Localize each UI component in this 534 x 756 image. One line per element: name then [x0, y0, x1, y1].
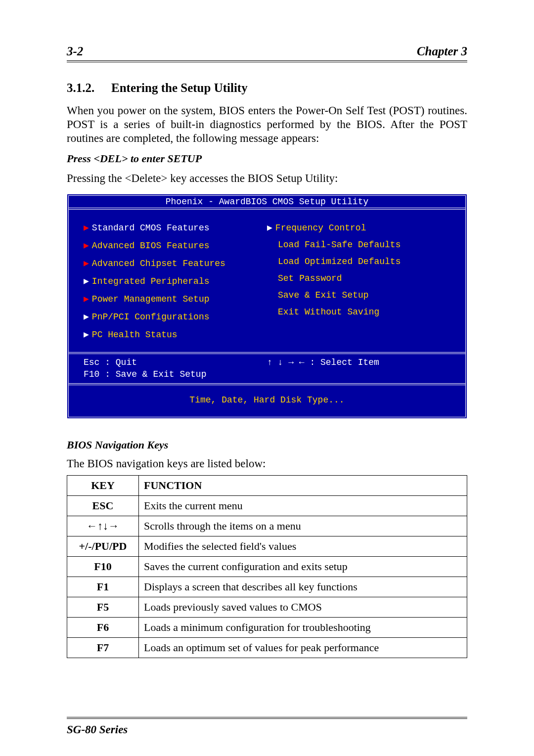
arrow-right-icon: ▶: [84, 223, 89, 233]
bios-menu-item-label: Frequency Control: [275, 223, 366, 233]
footer-series: SG-80 Series: [67, 723, 128, 736]
function-cell: Scrolls through the items on a menu: [139, 516, 467, 536]
bios-helpbar: Time, Date, Hard Disk Type...: [69, 383, 465, 417]
arrow-right-icon: ▶: [84, 241, 89, 251]
bios-menu-item-label: Advanced Chipset Features: [92, 259, 225, 268]
table-row: +/-/PU/PDModifies the selected field's v…: [67, 536, 467, 556]
bios-keybar: Esc : Quit F10 : Save & Exit Setup ↑ ↓ →…: [69, 352, 465, 383]
section-heading: 3.1.2. Entering the Setup Utility: [67, 81, 467, 95]
bios-menu-item[interactable]: ▶PnP/PCI Configurations: [84, 308, 267, 325]
bios-menu-item-label: PC Health Status: [92, 330, 178, 340]
bios-menu-item[interactable]: ▶Advanced BIOS Features: [84, 236, 267, 254]
bios-right-column: ▶Frequency ControlLoad Fail-Safe Default…: [267, 219, 450, 343]
bios-menu-item-label: Load Optimized Defaults: [278, 257, 400, 267]
key-cell: ←↑↓→: [67, 516, 139, 536]
key-cell: F7: [67, 637, 139, 658]
function-cell: Saves the current configuration and exit…: [139, 556, 467, 577]
function-cell: Modifies the selected field's values: [139, 536, 467, 556]
table-row: F5Loads previously saved values to CMOS: [67, 597, 467, 617]
bios-screenshot: Phoenix - AwardBIOS CMOS Setup Utility ▶…: [67, 194, 467, 419]
key-cell: F6: [67, 617, 139, 637]
bios-menu-item-label: Load Fail-Safe Defaults: [278, 240, 400, 250]
bios-menu-item[interactable]: Save & Exit Setup: [267, 287, 450, 304]
bios-esc-hint: Esc : Quit: [84, 357, 267, 368]
function-cell: Loads a minimum configuration for troubl…: [139, 617, 467, 637]
function-cell: Loads an optimum set of values for peak …: [139, 637, 467, 658]
bios-menu-item[interactable]: ▶Advanced Chipset Features: [84, 254, 267, 272]
table-header-row: KEY FUNCTION: [67, 475, 467, 495]
table-row: F1Displays a screen that describes all k…: [67, 577, 467, 597]
function-cell: Displays a screen that describes all key…: [139, 577, 467, 597]
press-del-line: Press <DEL> to enter SETUP: [67, 152, 467, 165]
table-row: F6Loads a minimum configuration for trou…: [67, 617, 467, 637]
arrow-right-icon: ▶: [84, 276, 89, 286]
bios-menu-item[interactable]: Load Fail-Safe Defaults: [267, 236, 450, 253]
bios-keybar-left: Esc : Quit F10 : Save & Exit Setup: [84, 357, 267, 380]
function-cell: Exits the current menu: [139, 495, 467, 516]
table-row: ESCExits the current menu: [67, 495, 467, 516]
function-cell: Loads previously saved values to CMOS: [139, 597, 467, 617]
th-key: KEY: [67, 475, 139, 495]
table-row: F10Saves the current configuration and e…: [67, 556, 467, 577]
arrow-right-icon: ▶: [84, 312, 89, 322]
bios-menu-item[interactable]: Load Optimized Defaults: [267, 253, 450, 270]
bios-left-column: ▶Standard CMOS Features▶Advanced BIOS Fe…: [84, 219, 267, 343]
bios-menu-item[interactable]: ▶Integrated Peripherals: [84, 272, 267, 290]
bios-menu-item[interactable]: ▶Power Management Setup: [84, 290, 267, 308]
bios-keybar-right: ↑ ↓ → ← : Select Item: [267, 357, 450, 380]
chapter-label: Chapter 3: [417, 44, 467, 58]
bios-menu: ▶Standard CMOS Features▶Advanced BIOS Fe…: [69, 210, 465, 352]
section-number: 3.1.2.: [67, 81, 111, 95]
access-line: Pressing the <Delete> key accesses the B…: [67, 172, 467, 185]
page: 3-2 Chapter 3 3.1.2. Entering the Setup …: [0, 0, 534, 658]
page-number: 3-2: [67, 44, 83, 58]
key-cell: F10: [67, 556, 139, 577]
bios-menu-item-label: PnP/PCI Configurations: [92, 312, 210, 322]
nav-keys-table: KEY FUNCTION ESCExits the current menu←↑…: [67, 475, 467, 658]
arrow-right-icon: ▶: [84, 330, 89, 340]
bios-menu-item[interactable]: ▶Standard CMOS Features: [84, 219, 267, 236]
bios-menu-item-label: Exit Without Saving: [278, 307, 379, 317]
table-row: F7Loads an optimum set of values for pea…: [67, 637, 467, 658]
bios-menu-item[interactable]: ▶Frequency Control: [267, 219, 450, 236]
nav-keys-heading: BIOS Navigation Keys: [67, 439, 467, 451]
bios-menu-item-label: Set Password: [278, 273, 342, 283]
bios-menu-item[interactable]: Set Password: [267, 270, 450, 287]
key-cell: F5: [67, 597, 139, 617]
section-title: Entering the Setup Utility: [111, 81, 248, 95]
bios-menu-item-label: Save & Exit Setup: [278, 290, 369, 300]
bios-f10-hint: F10 : Save & Exit Setup: [84, 369, 267, 380]
header-divider: [67, 60, 467, 62]
page-header: 3-2 Chapter 3: [67, 44, 467, 58]
bios-menu-item-label: Integrated Peripherals: [92, 276, 210, 286]
footer-divider: [67, 717, 467, 719]
intro-paragraph: When you power on the system, BIOS enter…: [67, 104, 467, 145]
bios-menu-item-label: Standard CMOS Features: [92, 223, 210, 233]
bios-menu-item[interactable]: Exit Without Saving: [267, 304, 450, 320]
key-cell: +/-/PU/PD: [67, 536, 139, 556]
th-function: FUNCTION: [139, 475, 467, 495]
key-cell: ESC: [67, 495, 139, 516]
nav-keys-intro: The BIOS navigation keys are listed belo…: [67, 457, 467, 470]
bios-title: Phoenix - AwardBIOS CMOS Setup Utility: [69, 196, 465, 210]
table-row: ←↑↓→Scrolls through the items on a menu: [67, 516, 467, 536]
arrow-right-icon: ▶: [84, 259, 89, 268]
arrow-right-icon: ▶: [267, 223, 272, 233]
key-cell: F1: [67, 577, 139, 597]
bios-menu-item-label: Advanced BIOS Features: [92, 241, 210, 251]
bios-menu-item-label: Power Management Setup: [92, 294, 210, 304]
arrow-right-icon: ▶: [84, 294, 89, 304]
bios-menu-item[interactable]: ▶PC Health Status: [84, 325, 267, 343]
